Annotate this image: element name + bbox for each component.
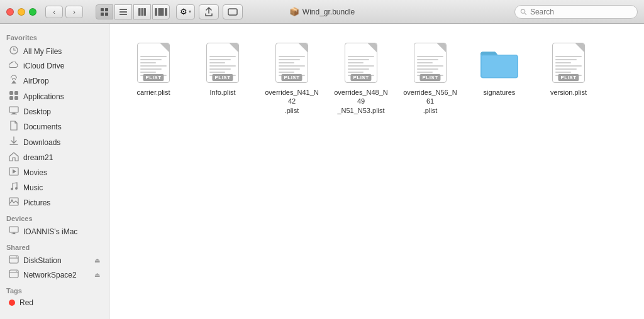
svg-rect-36 bbox=[9, 270, 18, 278]
gallery-icon bbox=[154, 8, 168, 16]
gear-icon: ⚙ bbox=[180, 7, 187, 16]
maximize-button[interactable] bbox=[29, 8, 36, 16]
svg-rect-18 bbox=[14, 91, 18, 95]
file-icon-overrides-n41-n42: PLIST bbox=[272, 40, 312, 85]
close-button[interactable] bbox=[6, 8, 14, 16]
pictures-icon bbox=[9, 197, 19, 208]
svg-point-27 bbox=[15, 187, 18, 190]
icloud-icon bbox=[9, 61, 19, 71]
file-icon-overrides-n56-n61: PLIST bbox=[410, 40, 450, 85]
svg-rect-21 bbox=[9, 107, 18, 112]
red-tag-dot bbox=[9, 300, 15, 306]
gear-button[interactable]: ⚙ ▾ bbox=[176, 4, 195, 19]
gallery-view-button[interactable] bbox=[152, 4, 170, 19]
applications-icon bbox=[9, 90, 19, 102]
svg-rect-8 bbox=[142, 8, 143, 16]
networkspace2-eject-icon[interactable]: ⏏ bbox=[94, 271, 100, 278]
sidebar-label-downloads: Downloads bbox=[23, 138, 60, 147]
airdrop-icon bbox=[9, 75, 19, 87]
search-bar[interactable] bbox=[514, 5, 638, 19]
sidebar-item-all-my-files[interactable]: All My Files bbox=[3, 43, 106, 59]
list-icon bbox=[119, 8, 128, 16]
tags-section-label: Tags bbox=[0, 282, 109, 296]
file-area: PLIST carrier.plist bbox=[109, 24, 644, 319]
svg-rect-7 bbox=[138, 8, 141, 16]
file-item-version-plist[interactable]: PLIST version.plist bbox=[537, 36, 600, 119]
sidebar-item-icloud-drive[interactable]: iCloud Drive bbox=[3, 59, 106, 73]
devices-section-label: Devices bbox=[0, 210, 109, 224]
svg-rect-13 bbox=[228, 9, 237, 15]
file-item-info-plist[interactable]: PLIST Info.plist bbox=[191, 36, 254, 119]
svg-marker-25 bbox=[13, 170, 16, 174]
sidebar-item-networkspace2[interactable]: NetworkSpace2 ⏏ bbox=[3, 268, 106, 282]
diskstation-eject-icon[interactable]: ⏏ bbox=[94, 257, 100, 264]
share-icon bbox=[204, 7, 213, 17]
svg-rect-0 bbox=[101, 8, 104, 11]
grid-icon bbox=[100, 8, 109, 16]
tag-button[interactable] bbox=[223, 4, 243, 19]
movies-icon bbox=[9, 167, 19, 178]
file-name-carrier-plist: carrier.plist bbox=[136, 88, 170, 97]
svg-line-15 bbox=[525, 13, 526, 14]
sidebar-item-dream21[interactable]: dream21 bbox=[3, 150, 106, 165]
svg-rect-11 bbox=[158, 8, 164, 16]
back-button[interactable]: ‹ bbox=[45, 6, 63, 18]
file-icon-signatures bbox=[479, 40, 519, 85]
sidebar-item-music[interactable]: Music bbox=[3, 180, 106, 195]
sidebar-label-applications: Applications bbox=[23, 92, 64, 101]
svg-point-38 bbox=[16, 271, 17, 272]
sidebar-item-airdrop[interactable]: AirDrop bbox=[3, 73, 106, 89]
file-name-info-plist: Info.plist bbox=[210, 88, 236, 97]
sidebar-label-desktop: Desktop bbox=[23, 107, 51, 116]
columns-view-button[interactable] bbox=[133, 4, 151, 19]
search-input[interactable] bbox=[530, 8, 632, 16]
svg-rect-23 bbox=[11, 114, 17, 114]
file-icon-overrides-n48-n49: PLIST bbox=[341, 40, 381, 85]
svg-rect-3 bbox=[105, 13, 108, 16]
file-name-overrides-n56-n61: overrides_N56_N61.plist bbox=[402, 88, 458, 115]
file-grid: PLIST carrier.plist bbox=[122, 36, 631, 119]
columns-icon bbox=[138, 8, 147, 16]
sidebar-label-networkspace2: NetworkSpace2 bbox=[23, 271, 77, 279]
file-item-carrier-plist[interactable]: PLIST carrier.plist bbox=[122, 36, 185, 119]
minimize-button[interactable] bbox=[18, 8, 25, 16]
sidebar-label-pictures: Pictures bbox=[23, 198, 50, 207]
forward-button[interactable]: › bbox=[65, 6, 83, 18]
file-item-overrides-n48-n49[interactable]: PLIST overrides_N48_N49_N51_N53.plist bbox=[330, 36, 392, 119]
sidebar-item-diskstation[interactable]: DiskStation ⏏ bbox=[3, 253, 106, 268]
gear-dropdown-arrow: ▾ bbox=[189, 9, 191, 14]
file-item-overrides-n56-n61[interactable]: PLIST overrides_N56_N61.plist bbox=[399, 36, 462, 119]
imac-icon bbox=[9, 226, 19, 237]
svg-rect-33 bbox=[9, 256, 18, 263]
sidebar-item-desktop[interactable]: Desktop bbox=[3, 104, 106, 119]
file-name-overrides-n48-n49: overrides_N48_N49_N51_N53.plist bbox=[333, 88, 389, 115]
music-icon bbox=[9, 181, 19, 193]
window-icon: 📦 bbox=[289, 7, 299, 16]
sidebar-label-airdrop: AirDrop bbox=[23, 77, 49, 85]
file-item-overrides-n41-n42[interactable]: PLIST overrides_N41_N42.plist bbox=[260, 36, 323, 119]
sidebar-label-ioannis-imac: IOANNIS's iMac bbox=[23, 227, 77, 236]
sidebar-item-ioannis-imac[interactable]: IOANNIS's iMac bbox=[3, 224, 106, 239]
list-view-button[interactable] bbox=[114, 4, 132, 19]
sidebar-item-documents[interactable]: Documents bbox=[3, 119, 106, 134]
sidebar-item-pictures[interactable]: Pictures bbox=[3, 195, 106, 210]
share-button[interactable] bbox=[199, 4, 219, 19]
svg-rect-12 bbox=[165, 8, 167, 16]
sidebar-item-red-tag[interactable]: Red bbox=[3, 296, 106, 309]
svg-rect-32 bbox=[11, 234, 16, 234]
grid-view-button[interactable] bbox=[96, 4, 113, 19]
diskstation-icon bbox=[9, 255, 19, 266]
file-item-signatures[interactable]: signatures bbox=[468, 36, 531, 119]
sidebar-label-all-my-files: All My Files bbox=[23, 47, 62, 56]
sidebar-label-diskstation: DiskStation bbox=[23, 256, 62, 265]
sidebar-label-documents: Documents bbox=[23, 122, 62, 131]
sidebar: Favorites All My Files iCloud Drive AirD… bbox=[0, 24, 109, 319]
file-icon-version-plist: PLIST bbox=[548, 40, 589, 85]
desktop-icon bbox=[9, 106, 19, 117]
svg-rect-20 bbox=[14, 96, 18, 100]
sidebar-item-downloads[interactable]: Downloads bbox=[3, 134, 106, 150]
sidebar-label-icloud-drive: iCloud Drive bbox=[23, 62, 64, 70]
nav-buttons: ‹ › bbox=[45, 6, 83, 18]
sidebar-item-applications[interactable]: Applications bbox=[3, 89, 106, 104]
sidebar-item-movies[interactable]: Movies bbox=[3, 165, 106, 180]
